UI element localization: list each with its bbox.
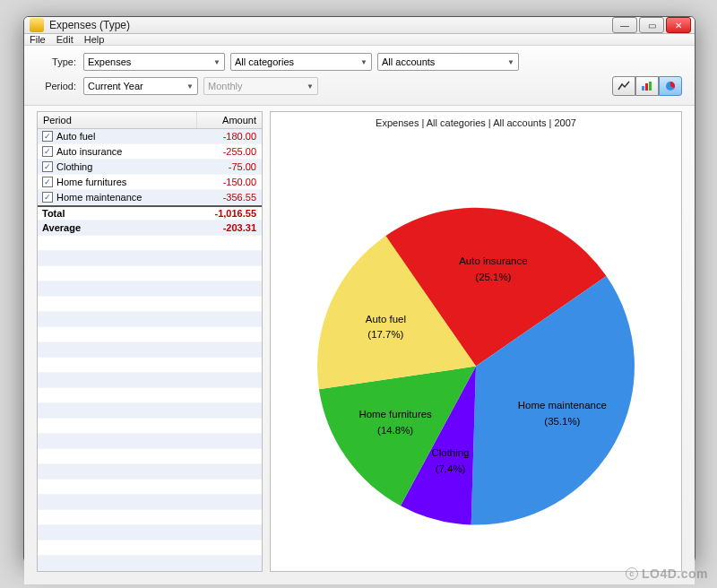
- row-amount: -180.00: [197, 131, 262, 142]
- menu-edit[interactable]: Edit: [56, 34, 73, 45]
- watermark-text: LO4D.com: [642, 566, 708, 581]
- row-amount: -75.00: [197, 161, 262, 172]
- table-row[interactable]: ✓Home maintenance-356.55: [38, 190, 262, 205]
- table-row: [38, 373, 262, 388]
- accounts-dropdown-value: All accounts: [382, 56, 435, 67]
- table-row: [38, 556, 262, 571]
- period-label: Period:: [37, 81, 76, 91]
- row-label: Auto insurance: [56, 146, 122, 157]
- slice-label: Clothing: [432, 447, 470, 458]
- menubar: File Edit Help: [24, 34, 695, 46]
- minimize-button[interactable]: —: [612, 17, 637, 33]
- slice-percent: (35.1%): [544, 416, 580, 427]
- row-label: Clothing: [56, 161, 92, 172]
- table-row: [38, 342, 262, 358]
- bar-chart-icon: [641, 81, 653, 91]
- table-row[interactable]: ✓Auto fuel-180.00: [38, 129, 262, 144]
- pie-chart-button[interactable]: [659, 76, 682, 96]
- table-row: [38, 495, 262, 510]
- data-table: Period Amount ✓Auto fuel-180.00✓Auto ins…: [37, 111, 263, 572]
- table-row[interactable]: ✓Auto insurance-255.00: [38, 144, 262, 160]
- slice-label: Home maintenance: [518, 400, 607, 411]
- interval-dropdown: Monthly ▼: [203, 77, 318, 95]
- chart-panel: Expenses | All categories | All accounts…: [270, 111, 682, 572]
- chart-type-toggle: [612, 76, 682, 96]
- table-body: ✓Auto fuel-180.00✓Auto insurance-255.00✓…: [38, 129, 262, 571]
- slice-percent: (17.7%): [367, 329, 403, 340]
- toolbar: Type: Expenses ▼ All categories ▼ All ac…: [24, 46, 695, 106]
- header-period[interactable]: Period: [38, 112, 197, 128]
- checkbox-icon[interactable]: ✓: [42, 161, 53, 172]
- app-icon: [30, 18, 44, 32]
- type-dropdown[interactable]: Expenses ▼: [83, 53, 225, 71]
- bar-chart-button[interactable]: [635, 76, 659, 96]
- row-amount: -150.00: [197, 177, 262, 187]
- chevron-down-icon: ▼: [360, 58, 367, 66]
- accounts-dropdown[interactable]: All accounts ▼: [377, 53, 519, 71]
- slice-label: Home furnitures: [358, 409, 432, 419]
- svg-rect-0: [642, 86, 644, 91]
- pie-chart-icon: [664, 81, 677, 91]
- checkbox-icon[interactable]: ✓: [42, 177, 53, 187]
- table-row: [38, 281, 262, 297]
- app-window: Expenses (Type) — ▭ ✕ File Edit Help Typ…: [23, 16, 695, 563]
- checkbox-icon[interactable]: ✓: [42, 146, 53, 157]
- table-row: [38, 251, 262, 266]
- slice-percent: (25.1%): [475, 272, 511, 282]
- table-row: [38, 480, 262, 495]
- chevron-down-icon: ▼: [213, 58, 220, 66]
- table-header: Period Amount: [38, 112, 262, 129]
- svg-rect-2: [649, 82, 652, 91]
- table-row[interactable]: ✓Clothing-75.00: [38, 160, 262, 175]
- chevron-down-icon: ▼: [507, 58, 514, 66]
- menu-help[interactable]: Help: [84, 34, 105, 45]
- interval-dropdown-value: Monthly: [208, 81, 243, 91]
- table-row: [38, 510, 262, 525]
- line-chart-button[interactable]: [612, 76, 635, 96]
- chart-title: Expenses | All categories | All accounts…: [370, 112, 582, 134]
- checkbox-icon[interactable]: ✓: [42, 192, 53, 203]
- period-dropdown[interactable]: Current Year ▼: [83, 77, 198, 95]
- table-row[interactable]: Total-1,016.55: [38, 205, 262, 220]
- table-row: [38, 236, 262, 251]
- average-amount: -203.31: [197, 222, 262, 233]
- type-dropdown-value: Expenses: [88, 56, 131, 67]
- close-button[interactable]: ✕: [666, 17, 691, 33]
- total-label: Total: [42, 208, 65, 219]
- table-row: [38, 312, 262, 327]
- table-row: [38, 358, 262, 373]
- table-row[interactable]: ✓Home furnitures-150.00: [38, 175, 262, 190]
- window-title: Expenses (Type): [49, 19, 612, 31]
- table-row: [38, 388, 262, 403]
- table-row: [38, 403, 262, 419]
- type-label: Type:: [37, 56, 76, 67]
- categories-dropdown-value: All categories: [235, 56, 294, 67]
- content-area: Period Amount ✓Auto fuel-180.00✓Auto ins…: [24, 106, 695, 584]
- slice-label: Auto fuel: [366, 314, 406, 324]
- table-row: [38, 419, 262, 434]
- copyright-icon: c: [626, 567, 638, 580]
- checkbox-icon[interactable]: ✓: [42, 131, 53, 142]
- row-amount: -255.00: [197, 146, 262, 157]
- watermark: c LO4D.com: [626, 566, 708, 581]
- table-row: [38, 434, 262, 449]
- pie-chart: Auto insurance(25.1%)Home maintenance(35…: [271, 134, 681, 571]
- table-row: [38, 464, 262, 480]
- svg-rect-1: [645, 83, 648, 91]
- row-amount: -356.55: [197, 192, 262, 203]
- chevron-down-icon: ▼: [186, 82, 194, 91]
- header-amount[interactable]: Amount: [197, 112, 262, 128]
- categories-dropdown[interactable]: All categories ▼: [230, 53, 372, 71]
- table-row: [38, 297, 262, 312]
- total-amount: -1,016.55: [197, 208, 262, 219]
- table-row: [38, 540, 262, 556]
- line-chart-icon: [618, 81, 630, 91]
- menu-file[interactable]: File: [30, 34, 46, 45]
- slice-label: Auto insurance: [459, 255, 527, 266]
- row-label: Home maintenance: [56, 192, 142, 203]
- table-row[interactable]: Average-203.31: [38, 220, 262, 236]
- chevron-down-icon: ▼: [307, 82, 314, 91]
- maximize-button[interactable]: ▭: [639, 17, 664, 33]
- window-controls: — ▭ ✕: [612, 17, 691, 33]
- average-label: Average: [42, 222, 81, 233]
